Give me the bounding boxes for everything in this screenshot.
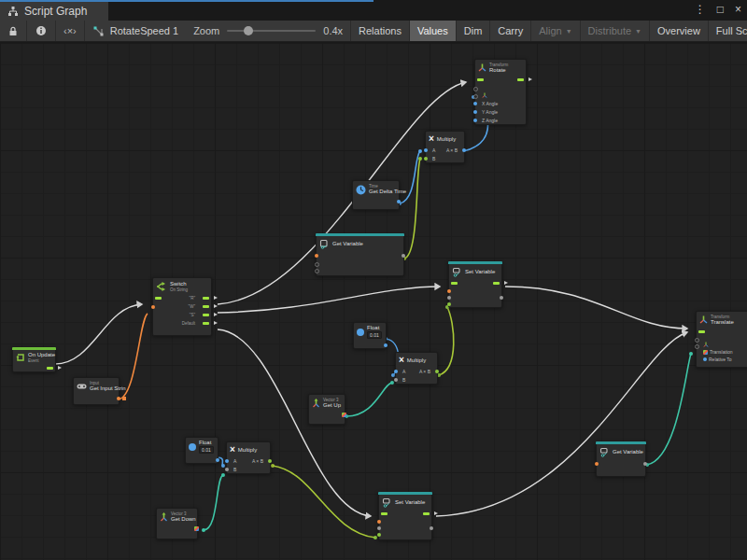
value-in-port[interactable]	[447, 296, 451, 300]
a-port[interactable]	[394, 370, 398, 373]
node-get-delta-time[interactable]: Time Get Delta Time	[352, 180, 400, 210]
self-port[interactable]	[473, 94, 478, 99]
multiply-icon: ×	[230, 445, 235, 455]
flow-in-port[interactable]	[381, 512, 388, 515]
node-float-bottom[interactable]: Float 0.01	[185, 437, 218, 464]
case1-label: "R"	[190, 296, 195, 301]
x-angle-label: X Angle	[482, 101, 498, 106]
relations-button[interactable]: Relations	[350, 21, 410, 41]
result-port[interactable]	[435, 370, 439, 373]
name-port[interactable]	[595, 462, 599, 466]
result-port[interactable]	[462, 148, 466, 152]
node-get-variable-right[interactable]: Get Variable	[596, 441, 646, 477]
distribute-dropdown[interactable]: Distribute ▼	[581, 21, 650, 41]
graph-breadcrumb[interactable]: RotateSpeed 1	[85, 21, 186, 41]
flow-out-port[interactable]	[423, 512, 430, 515]
graph-canvas[interactable]	[0, 43, 747, 560]
target-port[interactable]	[473, 87, 478, 91]
align-caret-icon: ▼	[566, 28, 572, 35]
x-angle-port[interactable]	[473, 102, 477, 105]
value-out-port[interactable]	[397, 200, 401, 203]
float-value-field[interactable]: 0.01	[199, 446, 214, 454]
case2-out-port[interactable]	[203, 305, 209, 308]
script-graph-icon	[92, 25, 105, 37]
vector-out-port[interactable]	[194, 526, 199, 531]
inspect-button[interactable]	[27, 21, 56, 41]
node-rotate[interactable]: Transform Rotate X Angle Y Angle Z Angle	[474, 59, 527, 125]
float-value-field[interactable]: 0.01	[367, 331, 382, 339]
fullscreen-button[interactable]: Full Screen	[709, 21, 747, 41]
node-multiply-bottom[interactable]: × Multiply A A × B B	[226, 441, 271, 474]
flow-in-port[interactable]	[698, 330, 705, 333]
translation-port[interactable]	[703, 350, 708, 355]
node-set-variable-top[interactable]: Set Variable	[448, 261, 502, 308]
graph-name: RotateSpeed 1	[110, 25, 178, 36]
flow-out-arrow-icon	[434, 511, 438, 515]
node-get-down[interactable]: Vector 3 Get Down	[156, 508, 198, 539]
y-angle-port[interactable]	[473, 110, 477, 114]
b-port[interactable]	[394, 378, 398, 382]
value-out-port[interactable]	[402, 254, 405, 258]
overview-button[interactable]: Overview	[650, 21, 709, 41]
default-out-port[interactable]	[203, 322, 209, 325]
case2-arrow-icon	[214, 304, 218, 308]
object-port[interactable]	[315, 269, 319, 273]
node-get-up[interactable]: Vector 3 Get Up	[308, 394, 345, 425]
connected-value-port[interactable]	[377, 533, 381, 537]
flow-in-port[interactable]	[477, 78, 484, 81]
gizmo-toggle-button[interactable]: ‹×›	[56, 21, 85, 41]
flow-in-port[interactable]	[155, 297, 162, 300]
flow-out-port[interactable]	[493, 282, 500, 285]
window-menu-icon[interactable]: ⋮	[695, 3, 706, 16]
value-out-port[interactable]	[643, 462, 647, 466]
node-multiply-mid[interactable]: × Multiply A A × B B	[395, 352, 438, 385]
zoom-slider[interactable]	[227, 30, 316, 32]
flow-out-port[interactable]	[47, 367, 53, 370]
multiply-icon: ×	[399, 356, 404, 365]
result-port[interactable]	[268, 459, 272, 463]
node-get-input-string[interactable]: Input Get Input Strin	[73, 377, 120, 405]
value-out-port[interactable]	[384, 343, 388, 347]
node-translate[interactable]: Transform Translate Translation Relative…	[696, 311, 747, 368]
lock-button[interactable]	[0, 21, 27, 41]
value-out-port[interactable]	[216, 458, 219, 462]
flow-out-port[interactable]	[517, 78, 524, 81]
zoom-slider-handle[interactable]	[244, 26, 253, 35]
align-dropdown[interactable]: Align ▼	[531, 21, 580, 41]
node-switch[interactable]: Switch On String "R" "W" "S" Default	[152, 277, 212, 336]
values-button[interactable]: Values	[410, 21, 457, 41]
a-port[interactable]	[225, 459, 229, 463]
node-set-variable-bottom[interactable]: Set Variable	[378, 492, 432, 540]
vector-out-port[interactable]	[342, 413, 346, 417]
tab-script-graph[interactable]: Script Graph	[0, 2, 108, 21]
b-label: B	[432, 156, 435, 161]
selector-port[interactable]	[151, 305, 155, 309]
z-angle-port[interactable]	[473, 119, 477, 122]
name-port[interactable]	[315, 254, 318, 258]
value-out-port[interactable]	[500, 296, 503, 300]
relative-port[interactable]	[703, 357, 707, 361]
value-in-port[interactable]	[377, 526, 381, 530]
dim-button[interactable]: Dim	[457, 21, 491, 41]
value-out-port[interactable]	[117, 397, 120, 400]
a-port[interactable]	[424, 148, 428, 152]
graph-tab-icon	[7, 6, 19, 17]
value-out-port[interactable]	[430, 526, 433, 530]
translation-label: Translation	[710, 349, 733, 355]
node-multiply-top[interactable]: × Multiply A A × B B	[425, 131, 465, 163]
window-close-icon[interactable]: ×	[735, 3, 741, 16]
window-controls: ⋮ □ ×	[695, 3, 741, 16]
carry-button[interactable]: Carry	[490, 21, 531, 41]
flow-in-port[interactable]	[451, 282, 458, 285]
name-port[interactable]	[377, 520, 381, 524]
node-on-update[interactable]: On Update Event	[12, 347, 56, 372]
window-maximize-icon[interactable]: □	[717, 3, 724, 16]
connected-value-port[interactable]	[447, 302, 451, 306]
case3-out-port[interactable]	[203, 314, 209, 316]
case1-out-port[interactable]	[203, 297, 209, 300]
node-float-mid[interactable]: Float 0.01	[353, 322, 387, 349]
b-port[interactable]	[424, 157, 428, 161]
name-port[interactable]	[447, 289, 451, 293]
b-port[interactable]	[225, 468, 229, 471]
node-get-variable-mid[interactable]: Get Variable	[316, 233, 404, 276]
